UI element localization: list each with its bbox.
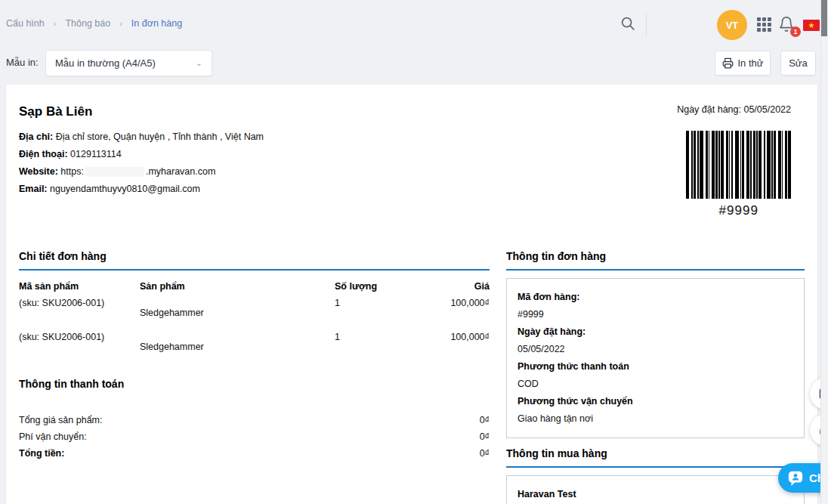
barcode-image xyxy=(686,131,791,199)
field-value: 05/05/2022 xyxy=(518,341,793,358)
field-value: Giao hàng tận nơi xyxy=(518,410,793,428)
order-info-box: Mã đơn hàng: #9999 Ngày đặt hàng: 05/05/… xyxy=(506,278,805,438)
table-row: (sku: SKU2006-001) Sledgehammer 1 100,00… xyxy=(19,298,490,326)
edit-button[interactable]: Sửa xyxy=(780,51,816,76)
avatar[interactable]: VT xyxy=(717,10,747,40)
payment-section: Thông tin thanh toán Tổng giá sản phẩm: … xyxy=(19,378,490,462)
payment-label: Phí vận chuyển: xyxy=(19,428,87,445)
printer-icon xyxy=(722,57,734,69)
preview-columns: Chi tiết đơn hàng Mã sản phẩm Sản phẩm S… xyxy=(19,250,805,504)
payment-label: Tổng giá sản phẩm: xyxy=(19,412,103,428)
payment-row: Tổng giá sản phẩm: 0₫ xyxy=(19,412,490,428)
store-website-prefix: https: xyxy=(60,166,84,177)
row-sku: (sku: SKU2006-001) xyxy=(19,298,140,326)
store-website-suffix: .myharavan.com xyxy=(146,166,215,177)
payment-heading: Thông tin thanh toán xyxy=(19,378,490,397)
topbar: Cấu hình › Thông báo › In đơn hàng VT 1 … xyxy=(0,0,828,42)
store-email-line: Email: nguyendamthuyvy0810@gmail.com xyxy=(19,181,264,198)
print-test-label: In thử xyxy=(738,57,764,69)
store-address-value: Địa chỉ store, Quận huyện , Tỉnh thành ,… xyxy=(56,131,264,142)
template-select-value: Mẫu in thường (A4/A5) xyxy=(55,57,156,69)
field-label: Phương thức vận chuyển xyxy=(518,393,793,410)
chevron-down-icon: ⌄ xyxy=(196,58,202,68)
details-table-header: Mã sản phẩm Sản phẩm Số lượng Giá xyxy=(19,281,490,292)
store-phone-value: 0129113114 xyxy=(70,149,122,159)
payment-rows: Tổng giá sản phẩm: 0₫ Phí vận chuyển: 0₫… xyxy=(19,412,490,462)
search-button[interactable] xyxy=(619,15,636,32)
store-address-line: Địa chỉ: Địa chỉ store, Quận huyện , Tỉn… xyxy=(19,128,264,146)
breadcrumb-separator: › xyxy=(119,19,122,28)
redacted-text xyxy=(85,167,144,177)
store-email-label: Email: xyxy=(19,184,48,194)
payment-label: Tổng tiền: xyxy=(19,445,64,462)
buyer-name: Haravan Test xyxy=(518,486,793,503)
payment-value: 0₫ xyxy=(480,445,490,462)
store-phone-line: Điện thoại: 0129113114 xyxy=(19,146,264,163)
column-product: Sản phẩm xyxy=(140,281,335,292)
row-product: Sledgehammer xyxy=(140,298,335,326)
order-info-section: Thông tin đơn hàng Mã đơn hàng: #9999 Ng… xyxy=(506,250,805,504)
row-qty: 1 xyxy=(335,298,399,326)
avatar-initials: VT xyxy=(726,20,739,31)
field-label: Mã đơn hàng: xyxy=(518,289,793,306)
barcode-block: #9999 xyxy=(686,131,791,218)
row-price: 100,000₫ xyxy=(399,298,490,326)
payment-value: 0₫ xyxy=(480,412,490,428)
row-product: Sledgehammer xyxy=(140,332,335,360)
payment-row: Phí vận chuyển: 0₫ xyxy=(19,428,490,445)
search-icon xyxy=(619,15,636,32)
row-price: 100,000₫ xyxy=(399,332,490,360)
template-label: Mẫu in: xyxy=(6,57,39,68)
breadcrumb-item-thong-bao[interactable]: Thông báo xyxy=(65,18,110,29)
chat-bubble-icon xyxy=(787,470,804,487)
column-sku: Mã sản phẩm xyxy=(19,281,140,292)
vietnam-flag-icon[interactable]: ★ xyxy=(803,20,820,31)
print-test-button[interactable]: In thử xyxy=(715,51,771,76)
order-details-section: Chi tiết đơn hàng Mã sản phẩm Sản phẩm S… xyxy=(19,250,490,504)
column-price: Giá xyxy=(399,281,490,292)
details-heading: Chi tiết đơn hàng xyxy=(19,250,490,271)
breadcrumb-separator: › xyxy=(54,19,57,28)
breadcrumb-item-cau-hinh[interactable]: Cấu hình xyxy=(6,18,45,29)
notification-badge: 1 xyxy=(790,26,801,37)
store-address-label: Địa chỉ: xyxy=(19,131,53,142)
breadcrumb: Cấu hình › Thông báo › In đơn hàng xyxy=(6,18,182,29)
order-info-heading: Thông tin đơn hàng xyxy=(506,250,805,271)
payment-row-total: Tổng tiền: 0₫ xyxy=(19,445,490,462)
apps-grid-icon[interactable] xyxy=(757,17,772,32)
preview-header: Sạp Bà Liên Địa chỉ: Địa chỉ store, Quận… xyxy=(19,104,805,218)
topbar-divider xyxy=(646,13,647,36)
payment-value: 0₫ xyxy=(480,428,490,445)
table-row: (sku: SKU2006-001) Sledgehammer 1 100,00… xyxy=(19,332,490,360)
field-value: #9999 xyxy=(518,306,793,323)
store-email-value: nguyendamthuyvy0810@gmail.com xyxy=(50,184,200,194)
scrollbar-thumb[interactable] xyxy=(821,0,827,36)
template-select[interactable]: Mẫu in thường (A4/A5) ⌄ xyxy=(45,50,212,76)
store-info: Sạp Bà Liên Địa chỉ: Địa chỉ store, Quận… xyxy=(19,104,264,218)
page: Cấu hình › Thông báo › In đơn hàng VT 1 … xyxy=(0,0,828,504)
print-preview-card: Sạp Bà Liên Địa chỉ: Địa chỉ store, Quận… xyxy=(6,85,817,504)
store-phone-label: Điện thoại: xyxy=(19,149,68,159)
buyer-info-box: Haravan Test Haravan 56 Vân Côi , Tân Bì… xyxy=(506,475,805,504)
column-qty: Số lượng xyxy=(335,281,399,292)
field-label: Phương thức thanh toán xyxy=(518,358,793,376)
barcode-number: #9999 xyxy=(686,203,791,218)
row-sku: (sku: SKU2006-001) xyxy=(19,332,140,360)
order-header: Ngày đặt hàng: 05/05/2022 #9999 xyxy=(677,104,791,218)
notifications-button[interactable]: 1 xyxy=(778,15,798,36)
field-value: COD xyxy=(518,376,793,393)
store-website-label: Website: xyxy=(19,166,58,177)
store-name: Sạp Bà Liên xyxy=(19,104,264,119)
order-date: Ngày đặt hàng: 05/05/2022 xyxy=(677,104,791,115)
field-label: Ngày đặt hàng: xyxy=(518,323,793,341)
store-website-line: Website: https:.myharavan.com xyxy=(19,163,264,181)
row-qty: 1 xyxy=(335,332,399,360)
scrollbar-track[interactable] xyxy=(820,0,828,504)
buyer-info-heading: Thông tin mua hàng xyxy=(506,447,805,468)
breadcrumb-item-in-don-hang: In đơn hàng xyxy=(131,18,182,29)
